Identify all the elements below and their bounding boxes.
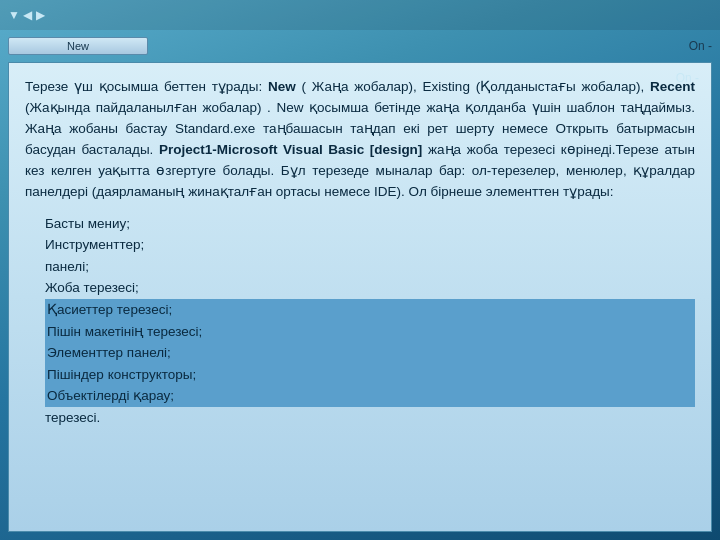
list-item: Объектілерді қарау;	[45, 385, 695, 407]
list-item: Элементтер панелі;	[45, 342, 695, 364]
list-item: Инструменттер;	[45, 234, 695, 256]
list-item: панелі;	[45, 256, 695, 278]
list-item: терезесі.	[45, 407, 695, 429]
text-bold-new: New	[268, 79, 296, 94]
list-item: Басты мениу;	[45, 213, 695, 235]
list-item: Пішіндер конструкторы;	[45, 364, 695, 386]
list-item: Қасиеттер терезесі;	[45, 299, 695, 321]
text-intro: Терезе үш қосымша беттен тұрады:	[25, 79, 268, 94]
new-button[interactable]: New	[8, 37, 148, 55]
top-bar: ▼ ◀ ▶	[0, 0, 720, 30]
main-container: ▼ ◀ ▶ New On - On - Терезе үш қосымша бе…	[0, 0, 720, 540]
list-item: Жоба терезесі;	[45, 277, 695, 299]
content-area: On - Терезе үш қосымша беттен тұрады: Ne…	[8, 62, 712, 532]
main-paragraph: Терезе үш қосымша беттен тұрады: New ( Ж…	[25, 77, 695, 203]
on-indicator-display: On -	[676, 71, 699, 85]
list-section: Басты мениу;Инструменттер;панелі;Жоба те…	[25, 213, 695, 429]
list-item: Пішін макетінің терезесі;	[45, 321, 695, 343]
on-indicator: On -	[689, 39, 712, 53]
toolbar: New On -	[0, 30, 720, 62]
text-part1: ( Жаңа жобалар), Existing (Қолданыстағы …	[296, 79, 650, 94]
text-bold-project: Project1-Microsoft Visual Basic [design]	[159, 142, 422, 157]
top-bar-text: ▼ ◀ ▶	[8, 8, 45, 22]
